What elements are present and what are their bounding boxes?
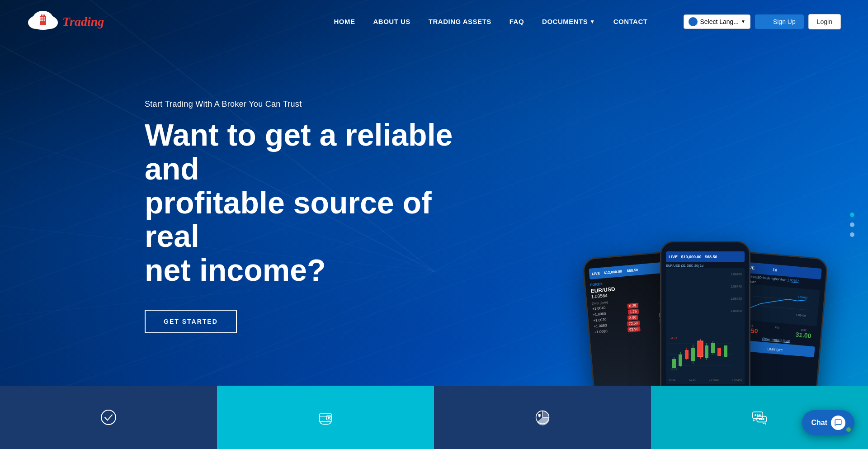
chat-button[interactable]: Chat (802, 410, 854, 435)
svg-rect-28 (40, 19, 42, 21)
online-status-dot (846, 427, 851, 432)
slide-dot-3[interactable] (850, 232, 854, 237)
wallet-icon (314, 406, 337, 429)
svg-rect-26 (42, 17, 43, 19)
phone-mockups: LIVE $12,000.00 $68.50 FOREX EUR/USD 1.0… (588, 241, 823, 404)
feature-bar-verified (0, 386, 217, 449)
language-selector[interactable]: Select Lang... ▼ (684, 14, 750, 29)
header-divider (145, 59, 841, 59)
signup-button[interactable]: 👤 Sign Up (755, 14, 804, 29)
phone3-chart: 1.08460 1.08400 (741, 286, 811, 319)
nav-item-trading-assets[interactable]: TRADING ASSETS (429, 18, 491, 25)
chevron-down-icon: ▼ (590, 19, 595, 25)
slide-dot-1[interactable] (850, 213, 854, 217)
feature-bar-chart: $ (434, 386, 651, 449)
logo-icon (27, 9, 59, 34)
nav-item-home[interactable]: HOME (334, 18, 355, 25)
hero-content: Start Trading With A Broker You Can Trus… (145, 99, 461, 333)
chat-bubble-icon (831, 416, 845, 430)
check-circle-icon (97, 406, 120, 429)
globe-icon (689, 17, 698, 26)
svg-rect-24 (43, 14, 45, 17)
hero-subtitle: Start Trading With A Broker You Can Trus… (145, 99, 461, 109)
svg-point-69 (757, 415, 758, 416)
svg-text:1.08400: 1.08400 (796, 313, 806, 317)
svg-rect-30 (44, 19, 45, 21)
svg-text:16.75: 16.75 (670, 336, 678, 339)
header: Trading HOME ABOUT US TRADING ASSETS FAQ… (0, 0, 868, 43)
nav-item-about[interactable]: ABOUT US (373, 18, 410, 25)
logo[interactable]: Trading (27, 9, 104, 34)
phone-2: LIVE $10,000.00 $68.50 EUR/USD (31-DEC-2… (660, 241, 750, 404)
slide-navigation (850, 213, 854, 237)
logo-text: Trading (62, 14, 104, 29)
login-button[interactable]: Login (808, 14, 841, 29)
chevron-down-icon: ▼ (741, 19, 745, 24)
svg-point-57 (101, 410, 116, 425)
svg-line-54 (742, 304, 810, 310)
svg-text:1.08460: 1.08460 (797, 296, 808, 299)
svg-point-71 (760, 419, 760, 420)
svg-point-68 (755, 415, 756, 416)
user-icon: 👤 (763, 18, 771, 25)
feature-bar-wallet (217, 386, 434, 449)
get-started-button[interactable]: GET STARTED (145, 310, 237, 333)
svg-point-72 (761, 419, 762, 420)
svg-rect-49 (717, 348, 721, 356)
svg-point-70 (760, 415, 760, 416)
svg-point-73 (763, 419, 764, 420)
hero-title: Want to get a reliable and profitable so… (145, 118, 461, 287)
chart-svg: 16.75 10.79 (669, 332, 732, 377)
nav-item-contact[interactable]: CONTACT (613, 18, 648, 25)
svg-point-60 (328, 417, 330, 418)
chat-label: Chat (811, 419, 827, 427)
svg-text:10.79: 10.79 (670, 368, 678, 371)
main-nav: HOME ABOUT US TRADING ASSETS FAQ DOCUMEN… (334, 14, 841, 29)
pie-chart-icon: $ (531, 406, 554, 429)
slide-dot-2[interactable] (850, 222, 854, 227)
svg-rect-27 (44, 17, 45, 19)
svg-rect-50 (724, 345, 727, 357)
svg-line-9 (434, 45, 868, 271)
svg-rect-44 (698, 341, 703, 357)
nav-item-faq[interactable]: FAQ (509, 18, 524, 25)
auth-buttons: Select Lang... ▼ 👤 Sign Up Login (684, 14, 841, 29)
svg-rect-25 (40, 17, 42, 19)
feature-bars: $ (0, 386, 868, 449)
svg-text:$: $ (538, 413, 540, 417)
nav-item-documents[interactable]: DOCUMENTS ▼ (542, 18, 595, 25)
svg-rect-23 (41, 14, 42, 17)
svg-rect-29 (42, 19, 43, 21)
chat-bubbles-icon (748, 406, 771, 429)
